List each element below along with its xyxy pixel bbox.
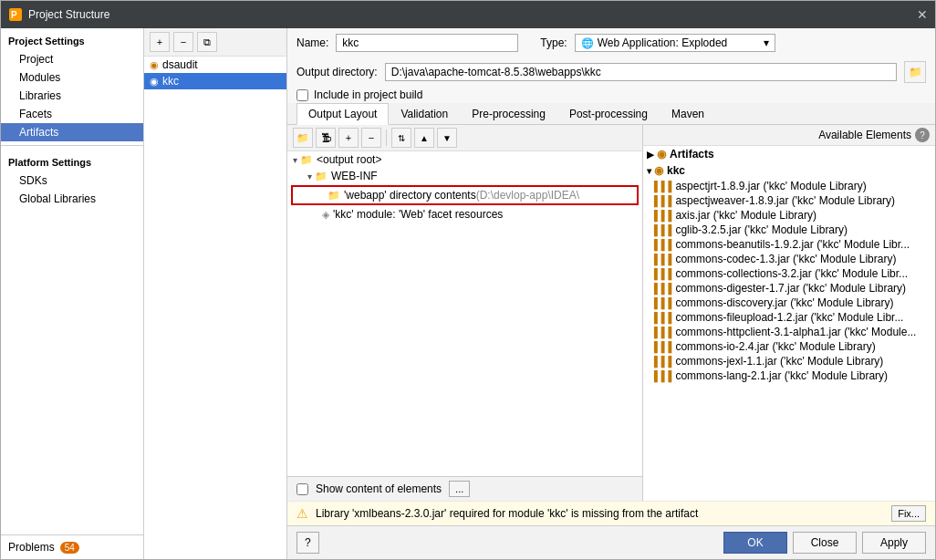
tree-item-webapp-dir[interactable]: 📁 'webapp' directory contents (D:\devlop… [291,185,639,205]
name-label: Name: [296,36,328,49]
fix-button[interactable]: Fix... [891,505,926,522]
jar-item-11[interactable]: ▐▐▐ commons-io-2.4.jar ('kkc' Module Lib… [643,339,935,354]
platform-settings-label: Platform Settings [1,150,143,171]
artifact-icon-kkc: ◉ [150,76,159,88]
name-input[interactable] [336,34,518,52]
jar-item-5[interactable]: ▐▐▐ commons-codec-1.3.jar ('kkc' Module … [643,252,935,266]
tab-pre-processing[interactable]: Pre-processing [460,103,557,125]
jar-item-7[interactable]: ▐▐▐ commons-digester-1.7.jar ('kkc' Modu… [643,281,935,296]
artifact-item-kkc[interactable]: ◉ kkc [144,73,286,89]
tree-item-kkc-module[interactable]: ◈ 'kkc' module: 'Web' facet resources [287,206,642,223]
help-bottom-button[interactable]: ? [296,532,319,554]
tab-post-processing[interactable]: Post-processing [557,103,660,125]
jar-icon: ▐▐▐ [650,370,671,381]
sidebar-divider [1,145,143,146]
available-header: Available Elements ? [643,125,935,146]
layout-archive-button[interactable]: 🗜 [316,128,336,148]
project-settings-label: Project Settings [1,28,143,50]
sidebar-item-global-libraries[interactable]: Global Libraries [1,190,143,208]
jar-item-3[interactable]: ▐▐▐ cglib-3.2.5.jar ('kkc' Module Librar… [643,223,935,237]
jar-item-1[interactable]: ▐▐▐ aspectjweaver-1.8.9.jar ('kkc' Modul… [643,193,935,208]
root-icon: 📁 [300,154,313,166]
available-tree[interactable]: ▶ ◉ Artifacts ▾ ◉ kkc [643,146,935,501]
jar-item-4[interactable]: ▐▐▐ commons-beanutils-1.9.2.jar ('kkc' M… [643,237,935,252]
show-content-checkbox[interactable] [296,483,308,495]
sidebar-problems[interactable]: Problems 54 [1,534,143,559]
available-label: Available Elements [649,129,911,141]
artifact-item-dsaudit[interactable]: ◉ dsaudit [144,57,286,73]
layout-folder-button[interactable]: 📁 [293,128,313,148]
layout-remove-button[interactable]: − [361,128,381,148]
tabs: Output Layout Validation Pre-processing … [287,103,935,125]
include-checkbox[interactable] [296,89,308,101]
tab-maven[interactable]: Maven [660,103,716,125]
section-arrow-kkc: ▾ [647,166,651,176]
kkc-section-label: kkc [667,164,685,177]
type-label: Type: [540,36,567,49]
close-button-action[interactable]: Close [793,532,857,554]
jar-icon: ▐▐▐ [650,312,671,323]
expand-arrow: ▾ [293,155,297,165]
web-inf-label: WEB-INF [331,170,378,182]
output-layout-panel: 📁 🗜 + − ⇅ ▲ ▼ [287,125,643,501]
add-artifact-button[interactable]: + [150,32,170,52]
sidebar-item-artifacts[interactable]: Artifacts [1,123,143,141]
help-icon[interactable]: ? [915,128,930,142]
copy-artifact-button[interactable]: ⧉ [197,32,217,52]
layout-toolbar: 📁 🗜 + − ⇅ ▲ ▼ [287,125,642,151]
warning-icon: ⚠ [296,506,308,521]
type-dropdown[interactable]: 🌐 Web Application: Exploded ▾ [575,34,775,52]
jar-item-8[interactable]: ▐▐▐ commons-discovery.jar ('kkc' Module … [643,296,935,310]
jar-item-13[interactable]: ▐▐▐ commons-lang-2.1.jar ('kkc' Module L… [643,368,935,383]
jar-item-6[interactable]: ▐▐▐ commons-collections-3.2.jar ('kkc' M… [643,266,935,281]
layout-down-button[interactable]: ▼ [437,128,457,148]
warning-bar: ⚠ Library 'xmlbeans-2.3.0.jar' required … [287,501,935,525]
artifacts-section-label: Artifacts [670,148,714,161]
tab-validation[interactable]: Validation [389,103,460,125]
svg-text:P: P [11,10,17,20]
tab-output-layout[interactable]: Output Layout [296,103,389,125]
jar-item-0[interactable]: ▐▐▐ aspectjrt-1.8.9.jar ('kkc' Module Li… [643,179,935,193]
layout-add-button[interactable]: + [338,128,359,148]
folder-icon-webinf: 📁 [315,171,328,182]
include-label: Include in project build [314,88,422,101]
tree-item-output-root[interactable]: ▾ 📁 <output root> [287,151,642,168]
webapp-dir-path: (D:\devlop-app\IDEA\ [476,189,579,202]
sidebar-item-project[interactable]: Project [1,50,143,68]
avail-section-artifacts[interactable]: ▶ ◉ Artifacts [643,146,935,162]
jar-icon: ▐▐▐ [650,327,671,337]
project-structure-window: P Project Structure ✕ Project Settings P… [0,0,936,560]
layout-up-button[interactable]: ▲ [414,128,434,148]
webapp-icon: 🌐 [581,37,594,49]
ok-button[interactable]: OK [723,532,787,554]
app-icon: P [8,7,23,22]
avail-section-kkc[interactable]: ▾ ◉ kkc [643,162,935,179]
show-content-settings-button[interactable]: ... [449,481,470,497]
apply-button[interactable]: Apply [862,532,926,554]
jar-icon: ▐▐▐ [650,283,671,294]
sidebar-item-modules[interactable]: Modules [1,68,143,87]
jar-item-9[interactable]: ▐▐▐ commons-fileupload-1.2.jar ('kkc' Mo… [643,310,935,325]
jar-icon: ▐▐▐ [650,195,671,206]
remove-artifact-button[interactable]: − [173,32,193,52]
jar-icon: ▐▐▐ [650,341,671,352]
jar-item-10[interactable]: ▐▐▐ commons-httpclient-3.1-alpha1.jar ('… [643,325,935,339]
output-dir-label: Output directory: [296,66,378,78]
section-arrow-artifacts: ▶ [647,150,654,160]
jar-item-12[interactable]: ▐▐▐ commons-jexl-1.1.jar ('kkc' Module L… [643,354,935,368]
close-button[interactable]: ✕ [917,7,928,22]
sidebar-item-sdks[interactable]: SDKs [1,171,143,190]
output-tree[interactable]: ▾ 📁 <output root> ▾ 📁 WEB-INF [287,151,642,476]
kkc-section-icon: ◉ [654,164,663,177]
output-dir-input[interactable] [385,63,897,81]
jar-item-2[interactable]: ▐▐▐ axis.jar ('kkc' Module Library) [643,208,935,223]
kkc-module-label: 'kkc' module: 'Web' facet resources [333,208,503,221]
layout-sort-button[interactable]: ⇅ [391,128,411,148]
module-icon: ◈ [322,209,329,221]
browse-output-button[interactable]: 📁 [904,61,926,83]
window-title: Project Structure [28,8,917,21]
sidebar-item-libraries[interactable]: Libraries [1,87,143,105]
jar-icon: ▐▐▐ [650,297,671,308]
sidebar-item-facets[interactable]: Facets [1,105,143,123]
tree-item-web-inf[interactable]: ▾ 📁 WEB-INF [287,168,642,184]
